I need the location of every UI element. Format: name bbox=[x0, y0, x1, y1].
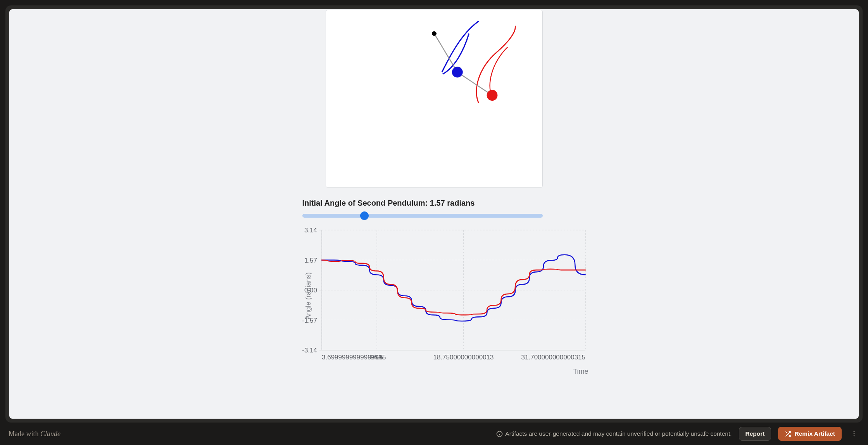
svg-point-36 bbox=[854, 431, 855, 432]
remix-button-label: Remix Artifact bbox=[794, 430, 835, 437]
svg-text:1.57: 1.57 bbox=[304, 257, 317, 264]
made-with-text: Made with bbox=[9, 430, 40, 438]
svg-line-35 bbox=[786, 431, 787, 433]
chart-y-axis-label: Angle (radians) bbox=[304, 272, 312, 320]
svg-text:-3.14: -3.14 bbox=[302, 347, 317, 354]
svg-point-37 bbox=[854, 433, 855, 435]
artifact-viewport: Initial Angle of Second Pendulum: 1.57 r… bbox=[9, 9, 859, 419]
kebab-icon bbox=[851, 430, 858, 437]
shuffle-icon bbox=[785, 431, 791, 437]
initial-angle-slider[interactable] bbox=[302, 214, 543, 218]
svg-text:9.55: 9.55 bbox=[370, 354, 383, 361]
artifact-frame: Initial Angle of Second Pendulum: 1.57 r… bbox=[5, 5, 863, 423]
slider-label-prefix: Initial Angle of Second Pendulum: bbox=[302, 199, 430, 207]
svg-text:3.14: 3.14 bbox=[304, 227, 317, 234]
brand-text: Claude bbox=[40, 430, 60, 438]
slider-value-text: 1.57 radians bbox=[430, 199, 475, 207]
remix-artifact-button[interactable]: Remix Artifact bbox=[778, 427, 842, 441]
more-menu-button[interactable] bbox=[849, 427, 859, 441]
svg-text:18.75000000000013: 18.75000000000013 bbox=[433, 354, 494, 361]
chart-svg: -3.14-1.570.001.573.143.6999999999999995… bbox=[287, 226, 589, 366]
svg-point-3 bbox=[452, 67, 462, 77]
svg-point-38 bbox=[854, 435, 855, 436]
angle-time-chart: Angle (radians) -3.14-1.570.001.573.143.… bbox=[287, 226, 589, 366]
artifact-warning: Artifacts are user-generated and may con… bbox=[496, 430, 732, 437]
artifact-warning-text: Artifacts are user-generated and may con… bbox=[505, 430, 732, 437]
report-button-label: Report bbox=[745, 430, 765, 437]
report-button[interactable]: Report bbox=[739, 427, 771, 441]
pendulum-canvas bbox=[326, 10, 543, 188]
artifact-scroll-region[interactable]: Initial Angle of Second Pendulum: 1.57 r… bbox=[9, 9, 859, 419]
made-with-claude: Made with Claude bbox=[9, 430, 60, 438]
chart-x-axis-label: Time bbox=[573, 368, 588, 376]
svg-point-2 bbox=[432, 31, 437, 36]
slider-label: Initial Angle of Second Pendulum: 1.57 r… bbox=[302, 199, 566, 208]
svg-point-4 bbox=[487, 90, 497, 101]
svg-text:31.700000000000315: 31.700000000000315 bbox=[521, 354, 585, 361]
footer-bar: Made with Claude Artifacts are user-gene… bbox=[0, 423, 868, 445]
svg-line-0 bbox=[434, 34, 457, 72]
info-icon bbox=[496, 431, 503, 437]
pendulum-svg bbox=[326, 10, 542, 188]
svg-line-1 bbox=[457, 72, 492, 95]
